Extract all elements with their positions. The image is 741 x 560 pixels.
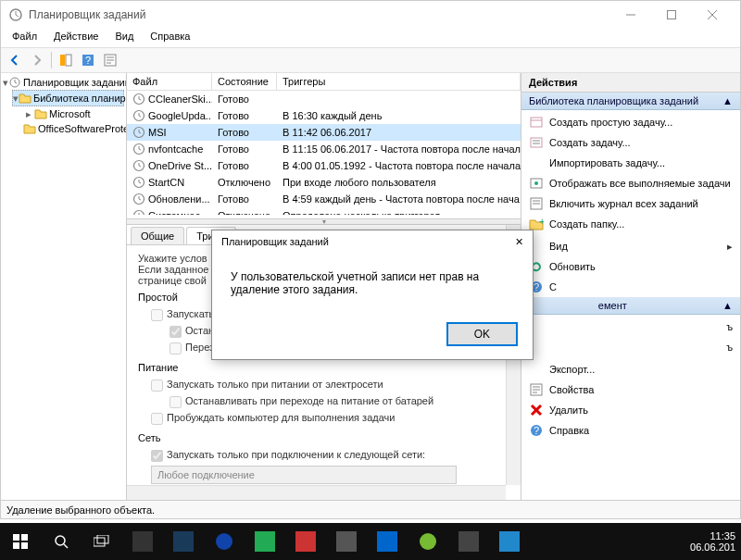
status-text: Удаление выбранного объекта.	[6, 504, 155, 516]
task-list: Файл Состояние Триггеры CCleanerSki...Го…	[127, 73, 521, 219]
svg-point-36	[216, 533, 232, 550]
action-item[interactable]: Импортировать задачу...	[521, 153, 740, 173]
taskbar-app-4[interactable]	[245, 523, 285, 560]
action-view[interactable]: Вид▸	[521, 236, 740, 256]
actions-section2[interactable]: Выбранный элемент▲	[521, 297, 740, 315]
action-help1[interactable]: ?С	[521, 277, 740, 297]
col-name[interactable]: Файл	[127, 73, 212, 90]
group-net-title: Сеть	[138, 432, 509, 443]
close-button[interactable]	[692, 2, 733, 28]
task-row[interactable]: nvfontcacheГотовоВ 11:15 06.06.2017 - Ча…	[127, 141, 521, 157]
task-name: OneDrive St...	[148, 160, 212, 171]
menu-action[interactable]: Действие	[46, 29, 106, 47]
taskbar-app-7[interactable]	[367, 523, 408, 560]
chk-power-stop[interactable]: Останавливать при переходе на питание от…	[138, 393, 509, 410]
task-trigger	[277, 97, 521, 101]
chk-power-ac[interactable]: Запускать только при питании от электрос…	[138, 377, 509, 393]
menu-view[interactable]: Вид	[107, 29, 141, 47]
action-item[interactable]: ъ	[521, 317, 740, 337]
action-label: Импортировать задачу...	[549, 157, 665, 168]
search-button[interactable]	[41, 523, 82, 560]
tree-ms-label: Microsoft	[49, 108, 91, 119]
svg-rect-30	[21, 542, 28, 549]
tree-osp[interactable]: OfficeSoftwareProtect	[23, 121, 124, 136]
svg-rect-3	[66, 55, 71, 66]
task-row[interactable]: OneDrive St...ГотовоВ 4:00 01.05.1992 - …	[127, 157, 521, 174]
menu-file[interactable]: Файл	[5, 29, 44, 47]
help-button[interactable]: ?	[78, 50, 98, 70]
taskbar: 11:3506.06.201	[0, 523, 741, 560]
tray[interactable]: 11:3506.06.201	[690, 530, 741, 553]
chk-power-wake[interactable]: Пробуждать компьютер для выполнения зада…	[138, 410, 509, 427]
action-export[interactable]: Экспорт...	[521, 359, 740, 380]
taskbar-app-2[interactable]	[163, 523, 204, 560]
task-row[interactable]: StartCNОтключеноПри входе любого пользов…	[127, 174, 521, 191]
svg-rect-32	[94, 538, 105, 546]
task-state: Готово	[212, 92, 277, 106]
chk-net[interactable]: Запускать только при подключении к следу…	[138, 447, 509, 464]
action-item[interactable]: Включить журнал всех заданий	[521, 193, 740, 214]
svg-rect-33	[97, 535, 108, 543]
col-triggers[interactable]: Триггеры	[277, 73, 521, 90]
back-button[interactable]	[5, 50, 25, 70]
svg-text:+: +	[539, 217, 544, 227]
svg-rect-16	[531, 118, 542, 127]
task-row[interactable]: MSIГотовоВ 11:42 06.06.2017	[127, 124, 521, 141]
task-state: Отключено	[212, 208, 277, 215]
task-trigger: В 11:42 06.06.2017	[277, 125, 521, 140]
statusbar: Удаление выбранного объекта.	[1, 500, 740, 518]
tab-general[interactable]: Общие	[131, 227, 184, 244]
clock-icon	[132, 126, 145, 139]
taskbar-app-9[interactable]	[448, 523, 489, 560]
combo-net[interactable]: Любое подключение	[151, 466, 457, 484]
action-item[interactable]: Отображать все выполняемые задачи	[521, 173, 740, 193]
actions-section1[interactable]: Библиотека планировщика заданий▲	[521, 93, 740, 110]
dialog-ok-button[interactable]: OK	[446, 322, 518, 346]
task-trigger: В 11:15 06.06.2017 - Частота повтора пос…	[277, 142, 521, 156]
task-row[interactable]: Обновлени...ГотовоВ 4:59 каждый день - Ч…	[127, 191, 521, 207]
task-name: GoogleUpda...	[148, 110, 212, 121]
tree-library[interactable]: ▾Библиотека планировщ	[12, 90, 124, 106]
properties-button[interactable]	[100, 50, 120, 70]
action-item[interactable]: +Создать папку...	[521, 214, 740, 234]
action-help2[interactable]: ?Справка	[521, 420, 740, 441]
action-item[interactable]: Создать задачу...	[521, 132, 740, 153]
tree-microsoft[interactable]: ▸Microsoft	[23, 106, 124, 121]
tree-root[interactable]: ▾Планировщик заданий (Лок	[3, 75, 124, 90]
action-delete[interactable]: Удалить	[521, 400, 740, 420]
action-item[interactable]: Создать простую задачу...	[521, 112, 740, 132]
task-row[interactable]: CCleanerSki...Готово	[127, 91, 521, 107]
taskbar-app-10[interactable]	[489, 523, 530, 560]
clock-icon	[132, 159, 145, 172]
collapse-icon: ▲	[722, 95, 733, 106]
col-state[interactable]: Состояние	[212, 73, 277, 90]
svg-rect-1	[668, 11, 676, 19]
details-scroll-h[interactable]	[127, 485, 506, 500]
show-hide-tree-button[interactable]	[56, 50, 76, 70]
taskbar-app-3[interactable]	[204, 523, 245, 560]
action-properties[interactable]: Свойства	[521, 380, 740, 400]
task-row[interactable]: Системное ...ОтключеноОпределено несколь…	[127, 207, 521, 215]
task-trigger: В 4:00 01.05.1992 - Частота повтора посл…	[277, 158, 521, 173]
action-icon	[529, 196, 544, 211]
minimize-button[interactable]	[610, 2, 651, 28]
action-refresh[interactable]: Обновить	[521, 256, 740, 277]
svg-rect-34	[132, 531, 153, 552]
action-item[interactable]: ъ	[521, 337, 740, 357]
svg-rect-37	[255, 531, 275, 552]
taskbar-app-1[interactable]	[122, 523, 163, 560]
task-state: Готово	[212, 192, 277, 206]
menu-help[interactable]: Справка	[143, 29, 197, 47]
action-label: Создать простую задачу...	[549, 117, 672, 128]
submenu-arrow-icon: ▸	[727, 241, 733, 253]
task-row[interactable]: GoogleUpda...ГотовоВ 16:30 каждый день	[127, 107, 521, 124]
dialog-close-icon[interactable]: ✕	[515, 236, 523, 248]
task-view-button[interactable]	[82, 523, 122, 560]
start-button[interactable]	[0, 523, 41, 560]
maximize-button[interactable]	[651, 2, 692, 28]
taskbar-app-8[interactable]	[408, 523, 448, 560]
taskbar-app-5[interactable]	[285, 523, 326, 560]
dialog-titlebar: Планировщик заданий ✕	[212, 230, 533, 254]
taskbar-app-6[interactable]	[326, 523, 367, 560]
forward-button[interactable]	[27, 50, 47, 70]
